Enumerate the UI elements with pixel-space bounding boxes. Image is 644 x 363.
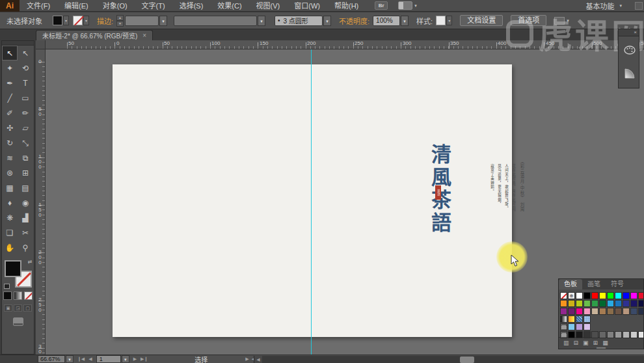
draw-behind-button[interactable]: ◲ xyxy=(14,304,22,312)
swatch[interactable] xyxy=(568,323,575,330)
tab-色板[interactable]: 色板 xyxy=(559,279,582,289)
type-tool[interactable]: T xyxy=(18,75,33,90)
scrollbar-thumb[interactable] xyxy=(460,356,474,363)
swatch-options-button[interactable]: ▣ xyxy=(583,340,589,346)
stroke-dropdown-icon[interactable]: ▾ xyxy=(83,16,89,25)
fill-dropdown-icon[interactable]: ▾ xyxy=(63,16,69,25)
first-artboard-icon[interactable]: ❙◀ xyxy=(77,356,85,362)
free-transform-tool[interactable]: ⧉ xyxy=(18,150,33,165)
zoom-dropdown-icon[interactable]: ▾ xyxy=(66,355,74,363)
swatch[interactable] xyxy=(576,323,583,330)
stroke-weight-stepper[interactable]: ▲▼ xyxy=(116,15,124,27)
fill-proxy[interactable] xyxy=(5,260,21,277)
selection-tool[interactable]: ↖ xyxy=(2,46,18,60)
swap-fill-stroke-icon[interactable]: ⇄ xyxy=(28,259,33,265)
swatch[interactable] xyxy=(591,300,598,307)
previous-artboard-icon[interactable]: ◀ xyxy=(88,356,92,362)
swatch[interactable] xyxy=(630,331,637,338)
artboard[interactable]: 清風茶語 茶语 《彩云追月·中秋》 刘周花在此时落，月在此时圆。人间天上，歌起舞… xyxy=(113,64,512,337)
swatch[interactable] xyxy=(560,308,567,315)
swatch[interactable] xyxy=(584,308,591,315)
swatch[interactable] xyxy=(599,292,606,299)
close-icon[interactable]: × xyxy=(142,32,146,39)
swatch[interactable] xyxy=(615,308,622,315)
swatch[interactable] xyxy=(568,300,575,307)
document-setup-button[interactable]: 文档设置 xyxy=(460,15,503,26)
artboard-tool[interactable]: ❏ xyxy=(2,225,18,240)
swatch[interactable] xyxy=(576,292,583,299)
symbol-sprayer-tool[interactable]: ❋ xyxy=(2,210,18,225)
next-artboard-icon[interactable]: ▶ xyxy=(133,356,137,362)
workspace-menu[interactable]: 基本功能 ▾ xyxy=(585,1,622,11)
style-dropdown-icon[interactable]: ▾ xyxy=(446,16,452,25)
color-button[interactable] xyxy=(3,291,12,300)
swatch[interactable] xyxy=(576,331,583,338)
rectangle-tool[interactable]: ▭ xyxy=(18,90,33,105)
menu-item[interactable]: 文件(F) xyxy=(20,2,57,10)
profile-dropdown-icon[interactable]: ▾ xyxy=(258,16,265,26)
swatch[interactable] xyxy=(615,331,622,338)
screen-mode-button[interactable] xyxy=(13,317,23,326)
swatch[interactable] xyxy=(607,292,614,299)
swatch[interactable] xyxy=(607,308,614,315)
menu-item[interactable]: 窗口(W) xyxy=(287,2,327,10)
style-swatch[interactable] xyxy=(436,16,446,25)
swatch[interactable] xyxy=(591,308,598,315)
swatch[interactable] xyxy=(607,300,614,307)
horizontal-ruler[interactable]: 50050100150200250300350400450500550 xyxy=(46,40,644,49)
swatch[interactable] xyxy=(584,331,591,338)
bridge-button[interactable]: Br xyxy=(375,1,388,10)
swatch[interactable] xyxy=(584,323,591,330)
artboard-number-field[interactable]: 1 xyxy=(96,355,121,363)
swatch[interactable] xyxy=(615,300,622,307)
slice-tool[interactable]: ✂ xyxy=(18,225,33,240)
line-segment-tool[interactable]: ╱ xyxy=(2,90,18,105)
artboard-dropdown-icon[interactable]: ▾ xyxy=(122,355,129,363)
preferences-button[interactable]: 首选项 xyxy=(511,15,546,26)
swatch[interactable] xyxy=(638,300,644,307)
last-artboard-icon[interactable]: ▶❙ xyxy=(141,356,148,362)
swatch-kinds-button[interactable]: ⊟ xyxy=(574,340,579,346)
menu-item[interactable]: 文字(T) xyxy=(135,2,172,10)
stroke-weight-label[interactable]: 描边: xyxy=(97,16,113,26)
eyedropper-tool[interactable]: ♦ xyxy=(2,195,18,210)
pencil-tool[interactable]: ✏ xyxy=(18,105,33,120)
magic-wand-tool[interactable]: ✦ xyxy=(2,60,18,75)
direct-selection-tool[interactable]: ↖ xyxy=(18,46,33,60)
menu-item[interactable]: 选择(S) xyxy=(172,2,211,10)
rotate-tool[interactable]: ↻ xyxy=(2,135,18,150)
vertical-ruler[interactable]: 050100150200250300 xyxy=(36,49,46,355)
swatch[interactable] xyxy=(591,292,598,299)
zoom-tool[interactable]: ⚲ xyxy=(18,240,33,255)
gradient-tool[interactable]: ▤ xyxy=(18,180,33,195)
default-fill-stroke-icon[interactable] xyxy=(4,284,10,289)
draw-normal-button[interactable]: ▣ xyxy=(4,304,12,312)
swatch[interactable] xyxy=(560,316,567,323)
column-graph-tool[interactable]: ▟ xyxy=(18,210,33,225)
opacity-label[interactable]: 不透明度: xyxy=(339,16,369,26)
swatch-none[interactable] xyxy=(560,292,567,299)
workspace-switcher[interactable]: ▾ xyxy=(388,1,417,10)
blob-brush-tool[interactable]: ✣ xyxy=(2,120,18,135)
blend-tool[interactable]: ◉ xyxy=(18,195,33,210)
swatch[interactable] xyxy=(576,300,583,307)
swatch[interactable] xyxy=(630,300,637,307)
swatch[interactable] xyxy=(560,300,567,307)
none-button[interactable] xyxy=(24,291,33,300)
color-panel-button[interactable] xyxy=(619,40,640,60)
eraser-tool[interactable]: ▱ xyxy=(18,120,33,135)
swatch[interactable] xyxy=(615,292,622,299)
stroke-color-swatch[interactable] xyxy=(73,16,83,25)
opacity-dropdown-icon[interactable]: ▾ xyxy=(401,16,409,26)
swatch[interactable] xyxy=(623,300,630,307)
opacity-field[interactable]: 100% xyxy=(373,16,400,26)
swatch[interactable] xyxy=(576,316,583,323)
swatch[interactable] xyxy=(630,292,637,299)
menu-item[interactable]: 编辑(E) xyxy=(57,2,96,10)
document-tab[interactable]: 未标题-2* @ 66.67% (RGB/预览) × xyxy=(36,30,153,40)
app-bar-control[interactable] xyxy=(635,2,643,10)
brush-definition-field[interactable]: • 3 点圆形 xyxy=(275,16,323,26)
guide-line[interactable] xyxy=(311,49,312,355)
menu-item[interactable]: 视图(V) xyxy=(249,2,288,10)
swatch[interactable] xyxy=(623,292,630,299)
